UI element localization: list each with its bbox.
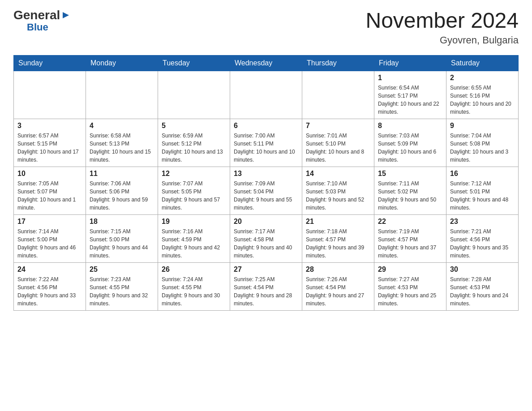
calendar-cell: 24Sunrise: 7:22 AMSunset: 4:56 PMDayligh… [14,262,86,310]
day-number: 13 [234,170,298,178]
day-info: Sunrise: 7:04 AMSunset: 5:08 PMDaylight:… [450,132,515,164]
day-number: 8 [378,122,442,130]
day-info: Sunrise: 7:25 AMSunset: 4:54 PMDaylight:… [234,275,298,308]
logo-general-text: General [13,9,60,21]
calendar-cell [158,71,230,119]
day-number: 1 [378,74,442,82]
calendar-cell: 27Sunrise: 7:25 AMSunset: 4:54 PMDayligh… [230,262,302,310]
calendar-cell: 18Sunrise: 7:15 AMSunset: 5:00 PMDayligh… [86,214,158,262]
day-number: 12 [162,170,226,178]
calendar-week-row: 1Sunrise: 6:54 AMSunset: 5:17 PMDaylight… [14,71,519,119]
header-sunday: Sunday [14,55,86,71]
calendar-cell: 10Sunrise: 7:05 AMSunset: 5:07 PMDayligh… [14,167,86,214]
calendar-week-row: 17Sunrise: 7:14 AMSunset: 5:00 PMDayligh… [14,214,519,262]
location-subtitle: Gyovren, Bulgaria [365,34,519,46]
day-info: Sunrise: 7:03 AMSunset: 5:09 PMDaylight:… [378,132,442,164]
calendar-week-row: 3Sunrise: 6:57 AMSunset: 5:15 PMDaylight… [14,119,519,167]
day-number: 10 [17,170,82,178]
calendar-cell: 3Sunrise: 6:57 AMSunset: 5:15 PMDaylight… [14,119,86,167]
day-info: Sunrise: 7:27 AMSunset: 4:53 PMDaylight:… [378,275,442,308]
calendar-cell: 11Sunrise: 7:06 AMSunset: 5:06 PMDayligh… [86,167,158,214]
calendar-cell: 29Sunrise: 7:27 AMSunset: 4:53 PMDayligh… [374,262,446,310]
day-number: 16 [450,170,515,178]
logo-blue-text: Blue [27,21,48,33]
calendar-cell: 1Sunrise: 6:54 AMSunset: 5:17 PMDaylight… [374,71,446,119]
day-info: Sunrise: 7:26 AMSunset: 4:54 PMDaylight:… [306,275,370,308]
logo-arrow-icon [61,10,71,20]
calendar-cell: 23Sunrise: 7:21 AMSunset: 4:56 PMDayligh… [446,214,519,262]
day-info: Sunrise: 7:09 AMSunset: 5:04 PMDaylight:… [234,180,298,212]
day-info: Sunrise: 7:06 AMSunset: 5:06 PMDaylight:… [90,180,154,212]
day-number: 6 [234,122,298,130]
day-number: 2 [450,74,515,82]
day-number: 9 [450,122,515,130]
day-number: 23 [450,218,515,226]
day-number: 29 [378,265,442,274]
header-tuesday: Tuesday [158,55,230,71]
calendar-cell: 22Sunrise: 7:19 AMSunset: 4:57 PMDayligh… [374,214,446,262]
day-info: Sunrise: 7:19 AMSunset: 4:57 PMDaylight:… [378,227,442,260]
day-info: Sunrise: 7:21 AMSunset: 4:56 PMDaylight:… [450,227,515,260]
day-number: 19 [162,218,226,226]
calendar-cell: 13Sunrise: 7:09 AMSunset: 5:04 PMDayligh… [230,167,302,214]
day-info: Sunrise: 6:55 AMSunset: 5:16 PMDaylight:… [450,84,515,116]
calendar-cell: 20Sunrise: 7:17 AMSunset: 4:58 PMDayligh… [230,214,302,262]
calendar-cell: 4Sunrise: 6:58 AMSunset: 5:13 PMDaylight… [86,119,158,167]
day-number: 7 [306,122,370,130]
day-info: Sunrise: 7:18 AMSunset: 4:57 PMDaylight:… [306,227,370,260]
calendar-cell: 25Sunrise: 7:23 AMSunset: 4:55 PMDayligh… [86,262,158,310]
day-info: Sunrise: 7:05 AMSunset: 5:07 PMDaylight:… [17,180,82,212]
header-saturday: Saturday [446,55,519,71]
day-number: 22 [378,218,442,226]
day-info: Sunrise: 7:12 AMSunset: 5:01 PMDaylight:… [450,180,515,212]
day-info: Sunrise: 7:10 AMSunset: 5:03 PMDaylight:… [306,180,370,212]
day-info: Sunrise: 7:15 AMSunset: 5:00 PMDaylight:… [90,227,154,260]
day-number: 30 [450,265,515,274]
day-number: 21 [306,218,370,226]
day-number: 17 [17,218,82,226]
svg-marker-0 [63,12,69,18]
calendar-cell: 12Sunrise: 7:07 AMSunset: 5:05 PMDayligh… [158,167,230,214]
day-info: Sunrise: 7:23 AMSunset: 4:55 PMDaylight:… [90,275,154,308]
day-number: 3 [17,122,82,130]
calendar-cell [230,71,302,119]
calendar-cell: 21Sunrise: 7:18 AMSunset: 4:57 PMDayligh… [302,214,374,262]
day-number: 15 [378,170,442,178]
calendar-cell: 9Sunrise: 7:04 AMSunset: 5:08 PMDaylight… [446,119,519,167]
calendar-cell: 19Sunrise: 7:16 AMSunset: 4:59 PMDayligh… [158,214,230,262]
day-info: Sunrise: 7:16 AMSunset: 4:59 PMDaylight:… [162,227,226,260]
calendar-header-row: Sunday Monday Tuesday Wednesday Thursday… [14,55,519,71]
day-number: 20 [234,218,298,226]
day-info: Sunrise: 7:00 AMSunset: 5:11 PMDaylight:… [234,132,298,164]
calendar-cell [14,71,86,119]
day-number: 18 [90,218,154,226]
calendar-cell: 14Sunrise: 7:10 AMSunset: 5:03 PMDayligh… [302,167,374,214]
logo: General Blue [13,9,71,33]
calendar-cell: 16Sunrise: 7:12 AMSunset: 5:01 PMDayligh… [446,167,519,214]
day-number: 28 [306,265,370,274]
day-number: 4 [90,122,154,130]
day-info: Sunrise: 6:54 AMSunset: 5:17 PMDaylight:… [378,84,442,116]
day-info: Sunrise: 6:59 AMSunset: 5:12 PMDaylight:… [162,132,226,164]
calendar-week-row: 24Sunrise: 7:22 AMSunset: 4:56 PMDayligh… [14,262,519,310]
calendar-cell: 5Sunrise: 6:59 AMSunset: 5:12 PMDaylight… [158,119,230,167]
day-number: 27 [234,265,298,274]
day-info: Sunrise: 7:14 AMSunset: 5:00 PMDaylight:… [17,227,82,260]
calendar-table: Sunday Monday Tuesday Wednesday Thursday… [13,55,519,311]
calendar-cell: 26Sunrise: 7:24 AMSunset: 4:55 PMDayligh… [158,262,230,310]
calendar-cell [86,71,158,119]
header-monday: Monday [86,55,158,71]
day-number: 14 [306,170,370,178]
day-info: Sunrise: 7:24 AMSunset: 4:55 PMDaylight:… [162,275,226,308]
calendar-cell: 8Sunrise: 7:03 AMSunset: 5:09 PMDaylight… [374,119,446,167]
calendar-cell: 28Sunrise: 7:26 AMSunset: 4:54 PMDayligh… [302,262,374,310]
day-number: 5 [162,122,226,130]
day-number: 25 [90,265,154,274]
day-info: Sunrise: 7:11 AMSunset: 5:02 PMDaylight:… [378,180,442,212]
title-section: November 2024 Gyovren, Bulgaria [365,9,519,46]
day-info: Sunrise: 7:01 AMSunset: 5:10 PMDaylight:… [306,132,370,164]
calendar-cell: 6Sunrise: 7:00 AMSunset: 5:11 PMDaylight… [230,119,302,167]
calendar-cell: 15Sunrise: 7:11 AMSunset: 5:02 PMDayligh… [374,167,446,214]
day-info: Sunrise: 7:17 AMSunset: 4:58 PMDaylight:… [234,227,298,260]
header-thursday: Thursday [302,55,374,71]
